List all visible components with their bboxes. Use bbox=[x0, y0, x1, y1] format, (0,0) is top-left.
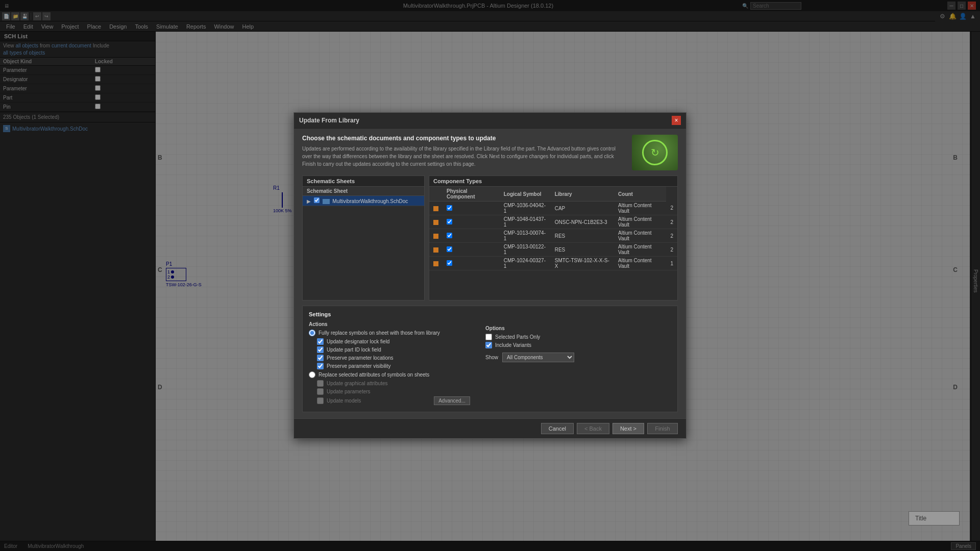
update-part-id-label: Update part ID lock field bbox=[327, 347, 381, 353]
comp-checkbox[interactable] bbox=[447, 205, 452, 211]
advanced-button[interactable]: Advanced... bbox=[434, 396, 470, 405]
show-label: Show bbox=[485, 355, 498, 360]
schematic-sheets-panel: Schematic Sheets Schematic Sheet bbox=[302, 176, 425, 300]
comp-count-cell: 2 bbox=[666, 243, 677, 257]
back-button[interactable]: < Back bbox=[577, 423, 609, 434]
comp-library-cell: Altium Content Vault bbox=[614, 202, 666, 215]
comp-library-cell: Altium Content Vault bbox=[614, 243, 666, 257]
component-types-title: Component Types bbox=[429, 176, 677, 187]
settings-content: Actions Fully replace symbols on sheet w… bbox=[309, 321, 671, 407]
modal-overlay: Update From Library × Choose the schemat… bbox=[0, 0, 980, 551]
modal-footer: Cancel < Back Next > Finish bbox=[294, 418, 686, 438]
comp-icon-cell bbox=[429, 257, 443, 270]
actions-column: Actions Fully replace symbols on sheet w… bbox=[309, 321, 470, 407]
settings-section: Settings Actions Fully replace symbols o… bbox=[302, 306, 678, 412]
finish-button[interactable]: Finish bbox=[647, 423, 678, 434]
sheet-name: MultivibratorWalkthrough.SchDoc bbox=[332, 198, 408, 204]
component-table: Physical Component Logical Symbol Librar… bbox=[429, 187, 677, 270]
table-row[interactable]: CMP-1024-00327-1 SMTC-TSW-102-X-X-S-X Al… bbox=[429, 257, 677, 270]
modal-heading: Choose the schematic documents and compo… bbox=[302, 135, 627, 142]
update-graphical-checkbox[interactable] bbox=[317, 380, 324, 387]
preserve-locations-row: Preserve parameter locations bbox=[317, 355, 470, 361]
comp-checkbox[interactable] bbox=[447, 260, 452, 266]
update-part-id-checkbox[interactable] bbox=[317, 346, 324, 353]
table-row[interactable]: CMP-1013-00122-1 RES Altium Content Vaul… bbox=[429, 243, 677, 257]
comp-col-physical bbox=[429, 187, 443, 202]
sheets-table: Schematic Sheet ▶ MultivibratorWalk bbox=[303, 187, 424, 206]
options-title: Options bbox=[485, 325, 574, 331]
comp-count-cell: 2 bbox=[666, 215, 677, 229]
preserve-visibility-row: Preserve parameter visibility bbox=[317, 363, 470, 369]
comp-physical-cell: CMP-1024-00327-1 bbox=[500, 257, 551, 270]
preserve-visibility-checkbox[interactable] bbox=[317, 363, 324, 369]
replace-selected-label: Replace selected attributes of symbols o… bbox=[318, 372, 429, 378]
update-models-left: Update models bbox=[317, 397, 361, 404]
modal-titlebar: Update From Library × bbox=[294, 113, 686, 129]
update-parameters-checkbox[interactable] bbox=[317, 388, 324, 395]
comp-checkbox-cell bbox=[443, 229, 500, 243]
schematic-sheets-title: Schematic Sheets bbox=[303, 176, 424, 187]
comp-logical-cell: ONSC-NPN-C1B2E3-3 bbox=[551, 215, 614, 229]
comp-logical-cell: CAP bbox=[551, 202, 614, 215]
options-column: Options Selected Parts Only Include Vari… bbox=[485, 325, 574, 362]
comp-checkbox-cell bbox=[443, 243, 500, 257]
selected-parts-row: Selected Parts Only bbox=[485, 334, 574, 340]
fully-replace-radio[interactable] bbox=[309, 330, 315, 336]
update-graphical-label: Update graphical attributes bbox=[327, 381, 388, 386]
modal-close-button[interactable]: × bbox=[672, 116, 681, 125]
fully-replace-row: Fully replace symbols on sheet with thos… bbox=[309, 330, 470, 336]
show-select[interactable]: All Components Changed Components Unchan… bbox=[502, 353, 574, 362]
show-row: Show All Components Changed Components U… bbox=[485, 353, 574, 362]
table-row[interactable]: CMP-1013-00074-1 RES Altium Content Vaul… bbox=[429, 229, 677, 243]
comp-checkbox-cell bbox=[443, 202, 500, 215]
comp-count-cell: 1 bbox=[666, 257, 677, 270]
two-panels-area: Schematic Sheets Schematic Sheet bbox=[302, 176, 678, 300]
modal-logo: ↻ bbox=[632, 135, 678, 170]
table-row[interactable]: ▶ MultivibratorWalkthrough.SchDoc bbox=[303, 196, 424, 206]
comp-checkbox[interactable] bbox=[447, 219, 452, 224]
comp-checkbox[interactable] bbox=[447, 246, 452, 252]
modal-header-text: Choose the schematic documents and compo… bbox=[302, 135, 627, 168]
update-designator-row: Update designator lock field bbox=[317, 338, 470, 345]
update-part-id-row: Update part ID lock field bbox=[317, 346, 470, 353]
comp-col-count: Count bbox=[614, 187, 666, 202]
selected-parts-checkbox[interactable] bbox=[485, 334, 492, 340]
settings-title: Settings bbox=[309, 311, 671, 317]
comp-col-physical-label: Physical Component bbox=[443, 187, 500, 202]
preserve-locations-label: Preserve parameter locations bbox=[327, 355, 394, 361]
update-models-checkbox[interactable] bbox=[317, 397, 324, 404]
fully-replace-label: Fully replace symbols on sheet with thos… bbox=[318, 330, 440, 336]
comp-checkbox-cell bbox=[443, 257, 500, 270]
comp-logical-cell: SMTC-TSW-102-X-X-S-X bbox=[551, 257, 614, 270]
modal-body: Choose the schematic documents and compo… bbox=[294, 129, 686, 418]
include-variants-checkbox[interactable] bbox=[485, 342, 492, 348]
comp-icon-cell bbox=[429, 243, 443, 257]
replace-selected-row: Replace selected attributes of symbols o… bbox=[309, 371, 470, 378]
preserve-locations-checkbox[interactable] bbox=[317, 355, 324, 361]
next-button[interactable]: Next > bbox=[612, 423, 644, 434]
actions-title: Actions bbox=[309, 321, 470, 327]
comp-physical-cell: CMP-1013-00122-1 bbox=[500, 243, 551, 257]
comp-physical-cell: CMP-1013-00074-1 bbox=[500, 229, 551, 243]
table-row[interactable]: CMP-1048-01437-1 ONSC-NPN-C1B2E3-3 Altiu… bbox=[429, 215, 677, 229]
include-variants-label: Include Variants bbox=[495, 342, 531, 348]
schematic-sheets-content: Schematic Sheet ▶ MultivibratorWalk bbox=[303, 187, 424, 300]
comp-col-logical: Logical Symbol bbox=[500, 187, 551, 202]
table-row[interactable]: CMP-1036-04042-1 CAP Altium Content Vaul… bbox=[429, 202, 677, 215]
update-designator-label: Update designator lock field bbox=[327, 339, 389, 344]
include-variants-row: Include Variants bbox=[485, 342, 574, 348]
logo-refresh-icon: ↻ bbox=[651, 146, 659, 159]
comp-checkbox[interactable] bbox=[447, 233, 452, 238]
comp-icon-cell bbox=[429, 202, 443, 215]
cancel-button[interactable]: Cancel bbox=[541, 423, 574, 434]
comp-count-cell: 2 bbox=[666, 229, 677, 243]
modal-dialog: Update From Library × Choose the schemat… bbox=[293, 112, 687, 439]
update-models-row: Update models Advanced... bbox=[317, 396, 470, 405]
comp-count-cell: 2 bbox=[666, 202, 677, 215]
update-designator-checkbox[interactable] bbox=[317, 338, 324, 345]
sheet-checkbox[interactable] bbox=[314, 197, 320, 203]
comp-col-library: Library bbox=[551, 187, 614, 202]
logo-circle: ↻ bbox=[642, 140, 668, 165]
comp-checkbox-cell bbox=[443, 215, 500, 229]
replace-selected-radio[interactable] bbox=[309, 371, 315, 378]
